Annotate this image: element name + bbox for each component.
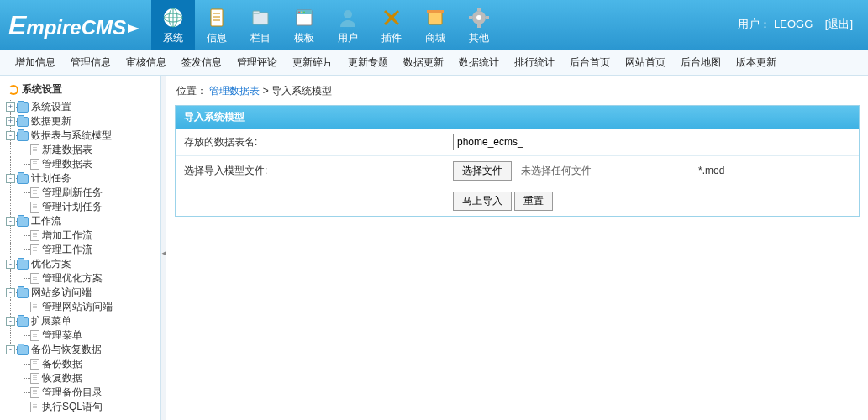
tree-file[interactable]: 管理优化方案 [3,271,160,286]
tree-file[interactable]: 管理刷新任务 [3,186,160,200]
file-icon [30,244,39,255]
file-icon [30,302,39,312]
tree-folder[interactable]: +系统设置 [3,100,160,114]
choose-file-button[interactable]: 选择文件 [453,161,512,181]
tree-file[interactable]: 备份数据 [3,357,160,371]
topnav-folder[interactable]: 栏目 [239,0,282,50]
svg-rect-21 [477,24,481,28]
content: 位置： 管理数据表 > 导入系统模型 导入系统模型 存放的数据表名: 选择导入模… [166,76,868,420]
svg-point-19 [476,15,481,20]
subnav-item[interactable]: 管理评论 [237,55,277,70]
topnav-shop[interactable]: 商城 [413,0,457,50]
file-icon [30,144,39,155]
form-panel: 导入系统模型 存放的数据表名: 选择导入模型文件: 选择文件 未选择任何文件 [175,105,860,217]
tree-folder[interactable]: +数据更新 [3,114,160,129]
no-file-text: 未选择任何文件 [521,165,592,176]
svg-rect-8 [253,11,260,13]
subnav-item[interactable]: 增加信息 [15,55,55,70]
tree-file[interactable]: 恢复数据 [3,371,160,386]
subnav-item[interactable]: 版本更新 [736,55,776,70]
file-label: 选择导入模型文件: [176,156,445,186]
sidebar: 系统设置 +系统设置+数据更新-数据表与系统模型新建数据表管理数据表-计划任务管… [0,76,161,420]
folder-icon [17,260,29,270]
file-icon [30,159,39,170]
folder-icon [249,6,272,29]
globe-icon [161,6,185,29]
tree-file[interactable]: 管理备份目录 [3,386,160,400]
tree-folder[interactable]: -优化方案 [3,257,160,271]
panel-title: 导入系统模型 [176,106,859,129]
subnav-item[interactable]: 更新碎片 [292,55,333,70]
topnav-window[interactable]: 模板 [282,0,326,50]
tree-file[interactable]: 管理工作流 [3,243,160,257]
folder-icon [17,174,29,184]
tree-folder[interactable]: -工作流 [3,214,160,228]
subnav-item[interactable]: 后台地图 [681,55,721,70]
breadcrumb: 位置： 管理数据表 > 导入系统模型 [175,81,860,105]
file-icon [30,330,39,341]
subnav-item[interactable]: 审核信息 [126,55,166,70]
window-icon [292,6,316,29]
user-name-link[interactable]: LEOGG [774,18,813,30]
tree-file[interactable]: 新建数据表 [3,143,160,157]
topnav-doc[interactable]: 信息 [195,0,239,50]
nav-tree: +系统设置+数据更新-数据表与系统模型新建数据表管理数据表-计划任务管理刷新任务… [3,100,160,414]
folder-icon [17,102,29,113]
tree-file[interactable]: 管理网站访问端 [3,300,160,314]
tree-file[interactable]: 管理数据表 [3,157,160,171]
file-icon [30,402,39,412]
user-icon [336,6,360,29]
topbar: EmpireCMS 系统信息栏目模板用户插件商城其他 用户： LEOGG [退出… [0,0,868,50]
svg-rect-3 [211,9,223,26]
breadcrumb-link[interactable]: 管理数据表 [209,85,260,97]
subnav-item[interactable]: 后台首页 [570,55,610,70]
tree-file[interactable]: 管理计划任务 [3,200,160,214]
shop-icon [423,6,447,29]
tree-folder[interactable]: -数据表与系统模型 [3,129,160,143]
tree-folder[interactable]: -网站多访问端 [3,286,160,300]
folder-icon [17,131,29,141]
reset-button[interactable]: 重置 [514,192,553,211]
subnav-item[interactable]: 管理信息 [71,55,111,70]
table-name-label: 存放的数据表名: [176,129,445,156]
submit-button[interactable]: 马上导入 [453,192,512,211]
file-icon [30,202,39,213]
topnav-globe[interactable]: 系统 [151,0,195,50]
tree-folder[interactable]: -计划任务 [3,171,160,186]
topnav-plug[interactable]: 插件 [370,0,413,50]
folder-icon [17,217,29,227]
tree-file[interactable]: 执行SQL语句 [3,400,160,414]
tree-folder[interactable]: -备份与恢复数据 [3,343,160,357]
file-icon [30,359,39,370]
subnav-item[interactable]: 更新专题 [348,55,388,70]
tree-folder[interactable]: -扩展菜单 [3,314,160,328]
topnav: 系统信息栏目模板用户插件商城其他 [151,0,501,50]
table-name-input[interactable] [453,134,629,150]
tree-file[interactable]: 管理菜单 [3,328,160,343]
folder-icon [17,345,29,355]
svg-point-11 [298,11,300,13]
logout-link[interactable]: [退出] [825,18,853,30]
topnav-gear[interactable]: 其他 [457,0,501,50]
subnav-item[interactable]: 数据统计 [459,55,499,70]
splitter[interactable] [161,76,166,420]
subnav: 增加信息管理信息审核信息签发信息管理评论更新碎片更新专题数据更新数据统计排行统计… [0,50,868,76]
file-icon [30,373,39,384]
file-icon [30,230,39,241]
breadcrumb-current: 导入系统模型 [271,85,332,97]
subnav-item[interactable]: 数据更新 [403,55,444,70]
doc-icon [205,6,229,29]
svg-point-14 [344,10,352,18]
svg-rect-23 [486,16,489,19]
subnav-item[interactable]: 签发信息 [181,55,222,70]
svg-point-13 [303,11,305,13]
ext-hint: *.mod [698,165,724,176]
svg-rect-16 [429,13,442,24]
svg-point-12 [301,11,302,13]
folder-icon [17,317,29,327]
topnav-user[interactable]: 用户 [326,0,370,50]
user-label: 用户： [738,18,771,30]
tree-file[interactable]: 增加工作流 [3,228,160,243]
subnav-item[interactable]: 排行统计 [514,55,555,70]
subnav-item[interactable]: 网站首页 [625,55,665,70]
